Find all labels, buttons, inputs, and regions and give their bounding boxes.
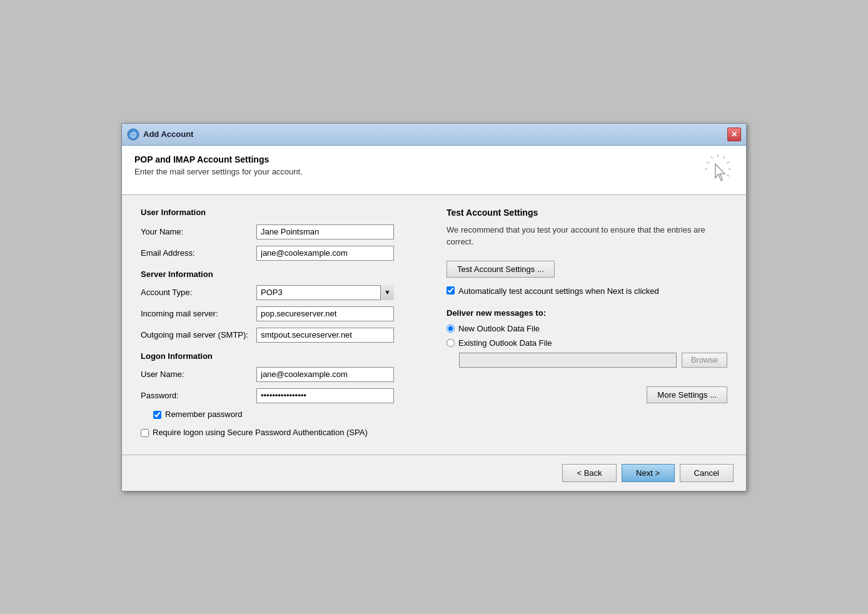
remember-password-label: Remember password: [165, 410, 243, 419]
svg-line-8: [707, 161, 709, 163]
right-panel: Test Account Settings We recommend that …: [447, 208, 727, 442]
spa-label: Require logon using Secure Password Auth…: [153, 428, 368, 437]
more-settings-button[interactable]: More Settings ...: [647, 386, 727, 403]
your-name-label: Your Name:: [141, 227, 256, 236]
account-type-row: Account Type: POP3 IMAP ▼: [141, 285, 421, 300]
cursor-icon: [702, 154, 734, 186]
account-type-label: Account Type:: [141, 288, 256, 297]
more-settings-row: More Settings ...: [447, 386, 727, 403]
auto-test-checkbox[interactable]: [447, 286, 455, 294]
account-type-wrapper: POP3 IMAP ▼: [256, 285, 394, 300]
remember-password-section: Remember password: [153, 410, 421, 419]
deliver-title: Deliver new messages to:: [447, 308, 727, 318]
add-account-window: @ Add Account ✕ POP and IMAP Account Set…: [121, 123, 747, 491]
back-button[interactable]: < Back: [562, 464, 616, 482]
svg-line-3: [723, 156, 725, 158]
app-icon: @: [127, 128, 139, 141]
auto-test-label: Automatically test account settings when…: [458, 286, 659, 296]
test-settings-title: Test Account Settings: [447, 208, 727, 218]
close-button[interactable]: ✕: [727, 128, 741, 141]
logon-info-title: Logon Information: [141, 351, 421, 361]
remember-password-row: Remember password: [153, 410, 421, 419]
spa-checkbox[interactable]: [141, 429, 149, 437]
main-content: User Information Your Name: Email Addres…: [122, 195, 746, 455]
new-outlook-label: New Outlook Data File: [458, 324, 540, 333]
svg-line-6: [727, 174, 729, 176]
account-type-select[interactable]: POP3 IMAP: [256, 285, 394, 300]
password-label: Password:: [141, 391, 256, 400]
incoming-row: Incoming mail server:: [141, 306, 421, 321]
file-path-input[interactable]: [459, 353, 677, 368]
cancel-button[interactable]: Cancel: [680, 464, 734, 482]
existing-outlook-row: Existing Outlook Data File: [447, 338, 727, 348]
remember-password-checkbox[interactable]: [153, 411, 161, 419]
incoming-label: Incoming mail server:: [141, 309, 256, 318]
your-name-row: Your Name:: [141, 224, 421, 239]
email-label: Email Address:: [141, 248, 256, 258]
new-outlook-row: New Outlook Data File: [447, 324, 727, 333]
user-info-title: User Information: [141, 208, 421, 217]
footer: < Back Next > Cancel: [122, 455, 746, 491]
incoming-input[interactable]: [256, 306, 394, 321]
test-description: We recommend that you test your account …: [447, 224, 727, 248]
svg-line-7: [711, 156, 713, 158]
username-input[interactable]: [256, 367, 394, 382]
file-row: Browse: [459, 353, 727, 368]
username-label: User Name:: [141, 370, 256, 379]
spa-row: Require logon using Secure Password Auth…: [141, 428, 421, 437]
header-section: POP and IMAP Account Settings Enter the …: [122, 146, 746, 195]
existing-outlook-radio[interactable]: [447, 339, 455, 347]
new-outlook-radio[interactable]: [447, 325, 455, 333]
outgoing-label: Outgoing mail server (SMTP):: [141, 330, 256, 340]
email-row: Email Address:: [141, 246, 421, 261]
existing-outlook-label: Existing Outlook Data File: [458, 338, 552, 348]
email-input[interactable]: [256, 246, 394, 261]
header-text: POP and IMAP Account Settings Enter the …: [134, 154, 303, 176]
browse-button[interactable]: Browse: [682, 353, 727, 368]
header-subtitle: Enter the mail server settings for your …: [134, 167, 303, 176]
header-title: POP and IMAP Account Settings: [134, 154, 303, 164]
outgoing-row: Outgoing mail server (SMTP):: [141, 328, 421, 343]
test-account-button[interactable]: Test Account Settings ...: [447, 261, 555, 278]
username-row: User Name:: [141, 367, 421, 382]
password-input[interactable]: [256, 388, 394, 403]
password-row: Password:: [141, 388, 421, 403]
left-panel: User Information Your Name: Email Addres…: [141, 208, 421, 442]
server-info-title: Server Information: [141, 269, 421, 279]
auto-test-row: Automatically test account settings when…: [447, 286, 727, 296]
titlebar-left: @ Add Account: [127, 128, 193, 141]
svg-marker-10: [715, 164, 725, 181]
svg-line-4: [727, 161, 729, 163]
titlebar: @ Add Account ✕: [122, 124, 746, 146]
svg-text:@: @: [130, 131, 137, 138]
outgoing-input[interactable]: [256, 328, 394, 343]
next-button[interactable]: Next >: [622, 464, 675, 482]
your-name-input[interactable]: [256, 224, 394, 239]
window-title: Add Account: [143, 129, 193, 139]
